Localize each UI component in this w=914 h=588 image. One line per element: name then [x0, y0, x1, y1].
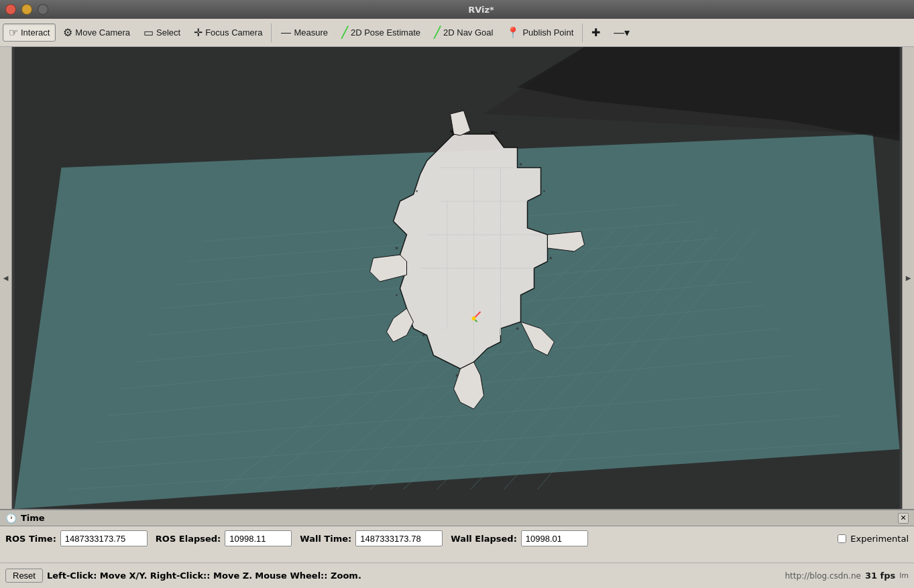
- extra-icon: —▾: [614, 26, 630, 39]
- focus-camera-icon: ✛: [194, 26, 203, 39]
- svg-point-44: [396, 294, 398, 296]
- pose-estimate-icon: ╱: [341, 26, 348, 39]
- experimental-group: Experimental: [838, 534, 909, 544]
- move-camera-label: Move Camera: [75, 27, 130, 38]
- clock-icon: 🕐: [5, 513, 17, 524]
- svg-point-41: [516, 327, 519, 330]
- interact-button[interactable]: ☞ Interact: [3, 23, 56, 42]
- extra-button[interactable]: —▾: [608, 23, 636, 42]
- svg-point-40: [550, 257, 553, 259]
- add-button[interactable]: ✚: [585, 23, 606, 42]
- ros-elapsed-input[interactable]: [225, 530, 292, 546]
- status-url: http://blog.csdn.ne: [785, 571, 861, 581]
- add-icon: ✚: [591, 26, 600, 39]
- reset-button[interactable]: Reset: [5, 569, 43, 583]
- titlebar: RViz*: [0, 0, 914, 19]
- nav-goal-icon: ╱: [434, 26, 441, 39]
- publish-point-label: Publish Point: [522, 27, 573, 38]
- nav-goal-button[interactable]: ╱ 2D Nav Goal: [428, 23, 499, 42]
- time-panel-header: 🕐 Time ✕: [0, 510, 914, 526]
- ros-time-label: ROS Time:: [5, 534, 56, 544]
- publish-point-icon: 📍: [506, 26, 520, 39]
- pose-estimate-label: 2D Pose Estimate: [351, 27, 420, 38]
- svg-point-45: [396, 247, 398, 249]
- wall-time-group: Wall Time:: [300, 530, 443, 546]
- svg-point-37: [490, 132, 492, 134]
- ros-time-group: ROS Time:: [5, 530, 148, 546]
- time-panel-close[interactable]: ✕: [898, 513, 909, 524]
- left-panel-toggle[interactable]: ◀: [0, 47, 12, 509]
- right-panel-toggle[interactable]: ▶: [902, 47, 914, 509]
- window-title: RViz*: [54, 5, 909, 15]
- scene-svg: [12, 47, 902, 509]
- close-button[interactable]: [5, 4, 16, 15]
- minimize-button[interactable]: [21, 4, 32, 15]
- maximize-button[interactable]: [38, 4, 48, 15]
- focus-camera-label: Focus Camera: [205, 27, 262, 38]
- experimental-label: Experimental: [850, 534, 909, 544]
- pose-estimate-button[interactable]: ╱ 2D Pose Estimate: [335, 23, 426, 42]
- time-panel-title: Time: [21, 513, 45, 523]
- nav-goal-label: 2D Nav Goal: [443, 27, 493, 38]
- main-area: ◀: [0, 47, 914, 509]
- select-button[interactable]: ▭ Select: [137, 23, 186, 42]
- focus-camera-button[interactable]: ✛ Focus Camera: [188, 23, 268, 42]
- svg-point-38: [520, 163, 522, 166]
- svg-point-39: [543, 190, 545, 192]
- scene-canvas: [12, 47, 902, 509]
- wall-elapsed-label: Wall Elapsed:: [451, 534, 517, 544]
- wall-time-input[interactable]: [355, 530, 443, 546]
- ros-elapsed-label: ROS Elapsed:: [156, 534, 221, 544]
- interact-label: Interact: [21, 27, 50, 38]
- svg-point-43: [422, 334, 425, 337]
- left-click-label: Left-Click: Move X/Y.: [47, 571, 148, 581]
- svg-point-46: [416, 190, 418, 192]
- statusbar: Reset Left-Click: Move X/Y. Right-Click:…: [0, 563, 914, 588]
- time-panel: 🕐 Time ✕ ROS Time: ROS Elapsed: Wall Tim…: [0, 509, 914, 563]
- fps-unit-label: lm: [899, 571, 909, 580]
- 3d-viewport[interactable]: [12, 47, 902, 509]
- measure-icon: ⸻: [280, 27, 291, 39]
- mouse-wheel-label: Mouse Wheel:: Zoom.: [255, 571, 361, 581]
- move-camera-button[interactable]: ⚙ Move Camera: [57, 23, 136, 42]
- svg-point-42: [456, 374, 459, 377]
- measure-label: Measure: [294, 27, 328, 38]
- experimental-checkbox[interactable]: [838, 534, 846, 543]
- wall-elapsed-group: Wall Elapsed:: [451, 530, 588, 546]
- ros-time-input[interactable]: [60, 530, 148, 546]
- select-icon: ▭: [144, 26, 154, 39]
- select-label: Select: [156, 27, 180, 38]
- publish-point-button[interactable]: 📍 Publish Point: [500, 23, 579, 42]
- svg-marker-33: [548, 231, 585, 251]
- move-camera-icon: ⚙: [63, 26, 72, 39]
- separator-1: [271, 23, 272, 42]
- wall-elapsed-input[interactable]: [521, 530, 588, 546]
- toolbar: ☞ Interact ⚙ Move Camera ▭ Select ✛ Focu…: [0, 19, 914, 47]
- right-click-label: Right-Click:: Move Z.: [150, 571, 252, 581]
- interact-icon: ☞: [9, 26, 18, 39]
- time-fields: ROS Time: ROS Elapsed: Wall Time: Wall E…: [0, 526, 914, 550]
- svg-point-49: [472, 316, 476, 320]
- status-help-text: Left-Click: Move X/Y. Right-Click:: Move…: [47, 571, 361, 581]
- separator-2: [582, 23, 583, 42]
- ros-elapsed-group: ROS Elapsed:: [156, 530, 292, 546]
- fps-display: 31 fps: [865, 571, 895, 581]
- wall-time-label: Wall Time:: [300, 534, 351, 544]
- svg-point-36: [443, 136, 445, 139]
- measure-button[interactable]: ⸻ Measure: [274, 24, 334, 42]
